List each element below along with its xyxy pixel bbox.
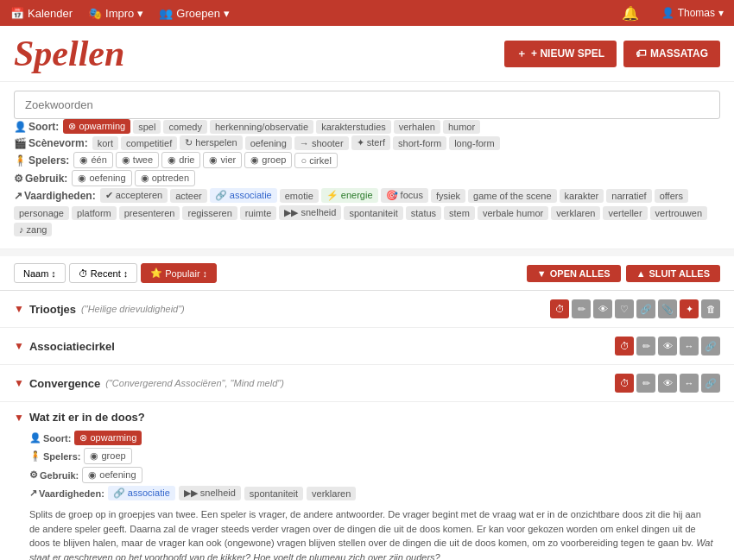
detail-vaardigheden: ↗ Vaardigheden: 🔗 associatie ▶▶ snelheid…	[29, 486, 720, 500]
vaard-karakter[interactable]: karakter	[560, 189, 604, 203]
sceneform-tag-competitief[interactable]: competitief	[121, 136, 177, 150]
share-icon-btn[interactable]: 📎	[658, 299, 677, 318]
sort-recent-button[interactable]: ⏱ Recent ↕	[69, 263, 137, 283]
sceneform-tag-longform[interactable]: long-form	[449, 136, 499, 150]
vaard-platform[interactable]: platform	[72, 206, 117, 220]
heart-icon-btn[interactable]: ♡	[615, 299, 634, 318]
sort-naam-button[interactable]: Naam ↕	[14, 263, 66, 283]
chevron-icon[interactable]: ▼	[14, 412, 24, 424]
vaard-accepteren[interactable]: ✔ accepteren	[100, 188, 168, 203]
chevron-icon[interactable]: ▼	[14, 340, 24, 352]
soort-tag-verhalen[interactable]: verhalen	[394, 120, 440, 134]
vaard-offers[interactable]: offers	[655, 189, 688, 203]
edit-icon-btn[interactable]: ✏	[636, 337, 655, 356]
vaard-snelheid-val[interactable]: ▶▶ snelheid	[179, 486, 241, 500]
edit-icon-btn[interactable]: ✏	[636, 374, 655, 393]
chevron-icon[interactable]: ▼	[14, 377, 24, 389]
vaard-game[interactable]: game of the scene	[468, 189, 557, 203]
massatag-button[interactable]: 🏷 MASSATAG	[623, 41, 720, 67]
view-icon-btn[interactable]: 👁	[658, 337, 677, 356]
spelers-tag-vier[interactable]: ◉ vier	[203, 152, 242, 168]
vaard-verbale-humor[interactable]: verbale humor	[478, 206, 548, 220]
soort-tag-karakter[interactable]: karakterstudies	[316, 120, 391, 134]
gebruik-tag-optreden[interactable]: ◉ optreden	[135, 170, 195, 186]
timer-icon-btn[interactable]: ⏱	[550, 299, 569, 318]
sluit-alles-button[interactable]: ▲ SLUIT ALLES	[626, 265, 720, 282]
star-icon-btn[interactable]: ✦	[680, 299, 699, 318]
spelers-icon: 🧍	[14, 154, 27, 167]
chevron-icon[interactable]: ▼	[14, 303, 24, 315]
game-header: ▼ Convergence ("Convergerend Associëren"…	[14, 374, 720, 393]
sceneform-tag-shooter[interactable]: → shooter	[294, 136, 349, 150]
detail-spelers: 🧍 Spelers: ◉ groep	[29, 448, 720, 464]
vaard-regisseren[interactable]: regisseren	[182, 206, 237, 220]
spelers-tag-twee[interactable]: ◉ twee	[116, 152, 159, 168]
vaard-zang[interactable]: ♪ zang	[14, 223, 52, 236]
vaard-spontaniteit[interactable]: spontaniteit	[344, 206, 402, 220]
search-filter-area: 👤 Soort: ⊗ opwarming spel comedy herkenn…	[0, 82, 734, 249]
soort-tag-comedy[interactable]: comedy	[163, 120, 207, 134]
nav-groepen[interactable]: 👥 Groepen ▾	[159, 7, 230, 20]
user-avatar-icon: 👤	[661, 7, 674, 19]
vaard-associatie-val[interactable]: 🔗 associatie	[108, 486, 175, 500]
nav-impro[interactable]: 🎭 Impro ▾	[88, 7, 143, 20]
gebruik-tag-oefening[interactable]: ◉ oefening	[72, 170, 131, 186]
vaard-fysiek[interactable]: fysiek	[431, 189, 465, 203]
vaard-status[interactable]: status	[406, 206, 441, 220]
delete-icon-btn[interactable]: 🗑	[701, 299, 720, 318]
vaard-verklaren-val[interactable]: verklaren	[307, 487, 356, 500]
soort-value[interactable]: ⊗ opwarming	[74, 431, 142, 445]
vaard-focus[interactable]: 🎯 focus	[381, 188, 428, 203]
sceneform-tag-shortform[interactable]: short-form	[393, 136, 446, 150]
vaard-verklaren[interactable]: verklaren	[551, 206, 600, 220]
soort-tag-spel[interactable]: spel	[133, 120, 161, 134]
vaard-energie[interactable]: ⚡ energie	[321, 188, 378, 203]
vaard-verteller[interactable]: verteller	[603, 206, 647, 220]
vaard-snelheid[interactable]: ▶▶ snelheid	[279, 205, 341, 220]
game-title: Associatiecirkel	[29, 340, 115, 353]
soort-tag-opwarming[interactable]: ⊗ opwarming	[63, 119, 130, 134]
vaard-personage[interactable]: personage	[14, 206, 69, 220]
vaard-emotie[interactable]: emotie	[280, 189, 319, 203]
spelers-tag-cirkel[interactable]: ○ cirkel	[294, 153, 337, 168]
soort-tag-herkenning[interactable]: herkenning/observatie	[210, 120, 313, 134]
sceneform-tag-oefening[interactable]: oefening	[245, 136, 292, 150]
gebruik-value[interactable]: ◉ oefening	[82, 467, 142, 483]
sceneform-tag-kort[interactable]: kort	[92, 136, 118, 150]
view-icon-btn[interactable]: 👁	[658, 374, 677, 393]
vaard-ruimte[interactable]: ruimte	[240, 206, 277, 220]
vaard-vertrouwen[interactable]: vertrouwen	[650, 206, 707, 220]
edit-icon-btn[interactable]: ✏	[572, 299, 591, 318]
link-icon-btn[interactable]: 🔗	[636, 299, 655, 318]
swap-icon-btn[interactable]: ↔	[680, 337, 699, 356]
spelers-tag-drie[interactable]: ◉ drie	[161, 152, 200, 168]
sceneform-tag-sterf[interactable]: ✦ sterf	[351, 135, 390, 150]
search-input[interactable]	[14, 91, 720, 119]
sort-populair-button[interactable]: ⭐ Populair ↕	[141, 263, 217, 283]
vaard-spontaniteit-val[interactable]: spontaniteit	[244, 487, 303, 500]
vaard-associatie[interactable]: 🔗 associatie	[210, 188, 277, 203]
spelers-value[interactable]: ◉ groep	[84, 448, 131, 464]
vaard-stem[interactable]: stem	[444, 206, 475, 220]
sceneform-tag-herspelen[interactable]: ↻ herspelen	[180, 135, 242, 150]
game-header: ▼ Triootjes ("Heilige drievuldigheid") ⏱…	[14, 299, 720, 318]
tag-icon: 🏷	[636, 47, 646, 60]
link-icon-btn[interactable]: 🔗	[701, 374, 720, 393]
spelers-tag-groep[interactable]: ◉ groep	[244, 152, 292, 168]
open-alles-button[interactable]: ▼ OPEN ALLES	[527, 265, 621, 282]
view-icon-btn[interactable]: 👁	[593, 299, 612, 318]
vaard-presenteren[interactable]: presenteren	[119, 206, 180, 220]
link-icon-btn[interactable]: 🔗	[701, 337, 720, 356]
swap-icon-btn[interactable]: ↔	[680, 374, 699, 393]
vaardigheden-icon: ↗	[14, 190, 22, 202]
nav-kalender[interactable]: 📅 Kalender	[10, 7, 73, 20]
vaard-narratief[interactable]: narratief	[606, 189, 651, 203]
vaard-acteer[interactable]: acteer	[170, 189, 207, 203]
timer-icon-btn[interactable]: ⏱	[615, 337, 634, 356]
timer-icon-btn[interactable]: ⏱	[615, 374, 634, 393]
spelers-tag-een[interactable]: ◉ één	[73, 152, 112, 168]
new-game-button[interactable]: ＋ + NIEUW SPEL	[504, 41, 617, 67]
soort-tag-humor[interactable]: humor	[443, 120, 480, 134]
notification-bell-icon[interactable]: 🔔	[622, 5, 639, 22]
user-menu[interactable]: 👤 Thomas ▾	[661, 7, 724, 19]
